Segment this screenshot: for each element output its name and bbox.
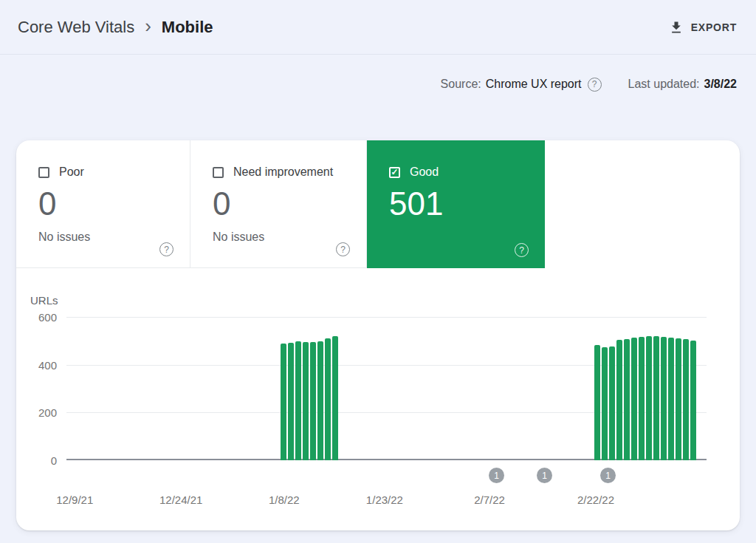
- chevron-right-icon: ›: [145, 16, 151, 38]
- chart-bar[interactable]: [295, 341, 301, 460]
- report-meta: Source: Chrome UX report ? Last updated:…: [0, 75, 756, 93]
- annotation-badge[interactable]: 1: [489, 468, 504, 483]
- source-value: Chrome UX report: [486, 78, 582, 91]
- export-label: EXPORT: [691, 21, 737, 33]
- y-tick-label: 600: [38, 311, 57, 324]
- x-tick-label: 2/7/22: [474, 494, 505, 506]
- y-tick-label: 400: [38, 358, 57, 371]
- chart-bar[interactable]: [624, 339, 630, 460]
- checkbox-checked-icon[interactable]: ✓: [389, 167, 400, 178]
- chart-bar[interactable]: [676, 338, 681, 460]
- x-tick-label: 12/9/21: [56, 494, 93, 506]
- chart-bar[interactable]: [616, 340, 622, 460]
- chart-bar[interactable]: [639, 337, 645, 460]
- chart-section: URLs 0200400600 11112/9/2112/24/211/8/22…: [16, 268, 740, 530]
- chart-bar[interactable]: [631, 338, 637, 460]
- poor-help-icon[interactable]: ?: [159, 242, 173, 256]
- breadcrumb: Core Web Vitals › Mobile: [18, 16, 213, 38]
- need-improvement-help-icon[interactable]: ?: [336, 242, 350, 256]
- poor-label: Poor: [59, 165, 84, 179]
- chart-bar[interactable]: [303, 342, 309, 460]
- need-improvement-filter-cell[interactable]: Need improvement 0 No issues ?: [190, 140, 367, 268]
- poor-filter-cell[interactable]: Poor 0 No issues ?: [16, 140, 190, 268]
- poor-status-text: No issues: [38, 230, 172, 244]
- chart-bar[interactable]: [288, 343, 294, 460]
- breadcrumb-mobile: Mobile: [162, 18, 213, 37]
- chart-bar[interactable]: [690, 341, 696, 460]
- good-count: 501: [389, 186, 527, 222]
- chart-bar[interactable]: [317, 341, 323, 460]
- need-improvement-status-text: No issues: [213, 230, 348, 244]
- chart-bar[interactable]: [281, 344, 286, 460]
- need-improvement-count: 0: [213, 186, 348, 222]
- good-label: Good: [410, 165, 439, 179]
- need-improvement-cell-header: Need improvement: [213, 165, 348, 179]
- chart-bar[interactable]: [683, 339, 689, 460]
- chart-bar[interactable]: [646, 336, 652, 460]
- poor-count: 0: [38, 186, 172, 222]
- x-tick-label: 1/23/22: [366, 494, 403, 506]
- status-filter-row: Poor 0 No issues ? Need improvement 0 No…: [16, 140, 740, 268]
- chart-bar[interactable]: [653, 336, 659, 460]
- x-tick-label: 2/22/22: [577, 494, 614, 506]
- last-updated-label: Last updated:: [628, 78, 700, 91]
- source-label: Source:: [441, 78, 481, 91]
- download-icon: [669, 20, 684, 35]
- good-filter-cell[interactable]: ✓ Good 501 ?: [367, 140, 545, 268]
- y-axis-title: URLs: [30, 294, 58, 307]
- y-tick-label: 200: [38, 406, 57, 419]
- last-updated-value: 3/8/22: [704, 78, 737, 91]
- x-tick-label: 1/8/22: [269, 494, 300, 506]
- good-help-icon[interactable]: ?: [515, 243, 529, 257]
- chart-bar[interactable]: [332, 336, 338, 460]
- source-help-icon[interactable]: ?: [588, 78, 602, 92]
- chart-bar[interactable]: [594, 345, 600, 460]
- annotation-badge[interactable]: 1: [600, 468, 616, 483]
- page-header: Core Web Vitals › Mobile EXPORT: [0, 0, 756, 55]
- report-card: Poor 0 No issues ? Need improvement 0 No…: [16, 140, 740, 530]
- y-tick-label: 0: [51, 454, 57, 467]
- checkbox-unchecked-icon[interactable]: [213, 167, 224, 178]
- chart-bar[interactable]: [668, 338, 674, 460]
- chart-bar[interactable]: [609, 346, 615, 460]
- filter-row-filler: [545, 140, 740, 268]
- chart-bar[interactable]: [310, 342, 316, 460]
- good-cell-header: ✓ Good: [389, 165, 527, 179]
- plot-area: 0200400600: [66, 317, 707, 460]
- x-tick-label: 12/24/21: [159, 494, 202, 506]
- need-improvement-label: Need improvement: [233, 165, 333, 179]
- chart-bar[interactable]: [602, 347, 608, 460]
- breadcrumb-core-web-vitals[interactable]: Core Web Vitals: [18, 18, 134, 37]
- export-button[interactable]: EXPORT: [669, 20, 737, 35]
- y-gridline: [66, 317, 707, 318]
- chart-bar[interactable]: [325, 338, 331, 460]
- poor-cell-header: Poor: [38, 165, 172, 179]
- chart-bar[interactable]: [661, 337, 667, 460]
- checkbox-unchecked-icon[interactable]: [38, 167, 49, 178]
- annotation-badge[interactable]: 1: [537, 468, 552, 483]
